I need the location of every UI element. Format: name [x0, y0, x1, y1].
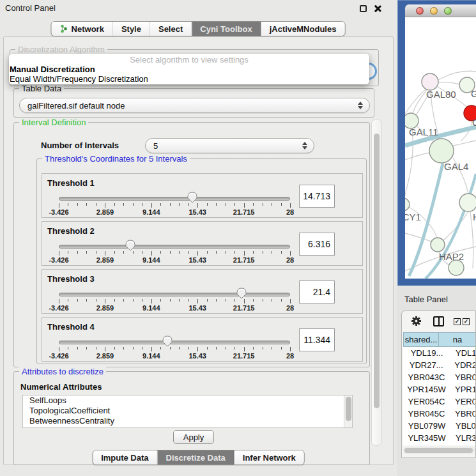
- node-label-gal4: GAL4: [444, 161, 468, 172]
- network-edge[interactable]: [413, 90, 427, 114]
- slider-tick: [179, 299, 180, 302]
- tab-cyni-toolbox[interactable]: Cyni Toolbox: [192, 22, 261, 36]
- node-label-g: G: [471, 88, 476, 99]
- network-canvas[interactable]: GAL80GCGAL11GAL4GCY1HHAP2: [405, 17, 476, 279]
- apply-button[interactable]: Apply: [173, 430, 214, 444]
- threshold-value-input[interactable]: 11.344: [299, 328, 335, 351]
- table-row[interactable]: YBR043CYBR0: [403, 371, 476, 383]
- table-data-title: Table Data: [19, 84, 64, 93]
- close-icon[interactable]: [374, 5, 381, 12]
- slider-tick: [170, 203, 171, 206]
- panel-title: Control Panel: [5, 3, 56, 13]
- slider-tick: [96, 347, 96, 349]
- threshold-value-input[interactable]: 21.4: [299, 280, 335, 303]
- slider-tick: [226, 251, 226, 254]
- slider-tick: [216, 299, 217, 302]
- slider-tick: [272, 203, 272, 206]
- float-window-icon[interactable]: [360, 5, 367, 12]
- network-icon: [60, 24, 68, 33]
- slider-tick-label: 21.715: [233, 304, 255, 312]
- table-row[interactable]: YBR045CYBR0: [403, 408, 476, 420]
- close-window-icon[interactable]: [416, 7, 424, 15]
- slider-tick: [123, 347, 124, 349]
- slider-track[interactable]: [59, 341, 290, 344]
- slider-tick: [281, 347, 282, 349]
- node-label-c: C: [472, 117, 476, 128]
- slider-track[interactable]: [59, 293, 290, 296]
- main-scrollbar[interactable]: [371, 119, 382, 446]
- column-header-na[interactable]: na: [438, 332, 476, 347]
- network-view-window[interactable]: GAL80GCGAL11GAL4GCY1HHAP2: [397, 0, 476, 286]
- slider-tick: [170, 251, 171, 254]
- slider-handle[interactable]: [187, 191, 198, 203]
- table-row[interactable]: YER054CYER0: [403, 395, 476, 408]
- slider-tick-label: 15.43: [188, 304, 206, 312]
- table-hscrollbar-thumb[interactable]: [404, 448, 473, 453]
- dropdown-item-equal-width-frequency-discretization[interactable]: Equal Width/Frequency Discretization: [9, 74, 369, 84]
- table-row[interactable]: YLR345WYLR3: [403, 432, 476, 444]
- network-edge[interactable]: [405, 233, 435, 243]
- checkbox-icon[interactable]: ✓: [463, 318, 470, 325]
- table-row[interactable]: YDR27...YDR2: [403, 359, 476, 371]
- table-row[interactable]: YPR145WYPR1: [403, 383, 476, 395]
- network-edge[interactable]: [405, 152, 433, 160]
- table-data-combobox[interactable]: galFiltered.sif default node: [19, 98, 370, 113]
- checkbox-icon[interactable]: ✓: [454, 318, 461, 325]
- list-scrollbar-thumb[interactable]: [346, 397, 351, 421]
- minimize-window-icon[interactable]: [430, 7, 438, 15]
- slider-tick: [86, 251, 87, 254]
- zoom-window-icon[interactable]: [444, 7, 452, 15]
- column-header-shared[interactable]: shared...: [403, 332, 438, 347]
- dropdown-item-manual-discretization[interactable]: Manual Discretization: [9, 65, 369, 74]
- network-node-gal4[interactable]: [429, 139, 454, 163]
- cell-shared-name: YPR145W: [403, 385, 450, 394]
- tab-impute-data[interactable]: Impute Data: [93, 450, 157, 464]
- tab-infer-network[interactable]: Infer Network: [234, 450, 304, 464]
- table-row[interactable]: YBL079WYBL0: [403, 420, 476, 432]
- slider-tick: [207, 251, 208, 254]
- gear-icon[interactable]: [411, 316, 422, 329]
- threshold-value-input[interactable]: 14.713: [299, 185, 335, 208]
- network-edge[interactable]: [443, 211, 468, 241]
- tab-discretize-data[interactable]: Discretize Data: [158, 450, 234, 464]
- split-view-icon[interactable]: [433, 316, 444, 326]
- network-node-hap2[interactable]: [431, 238, 445, 252]
- slider-tick: [133, 347, 134, 349]
- table-row[interactable]: YDL19...YDL1: [403, 347, 476, 359]
- slider-handle[interactable]: [125, 239, 136, 251]
- slider-tick-label: 9.144: [142, 256, 160, 264]
- main-scrollbar-thumb[interactable]: [374, 134, 380, 408]
- network-graph[interactable]: GAL80GCGAL11GAL4GCY1HHAP2: [405, 17, 476, 279]
- tab-style[interactable]: Style: [113, 22, 150, 36]
- slider-track[interactable]: [59, 245, 290, 249]
- table-header: shared...na: [403, 332, 476, 347]
- slider-handle[interactable]: [236, 287, 247, 299]
- attribute-item-selfloops[interactable]: SelfLoops: [23, 395, 352, 406]
- algorithm-dropdown: Select algorithm to view settings Manual…: [9, 54, 369, 84]
- number-of-intervals-combobox[interactable]: 5: [145, 138, 314, 153]
- list-scrollbar[interactable]: [344, 395, 352, 427]
- slider-tick-label: 2.859: [96, 208, 114, 216]
- threshold-value-input[interactable]: 6.316: [299, 233, 335, 256]
- table-hscrollbar[interactable]: [403, 447, 475, 454]
- slider-tick: [133, 203, 134, 206]
- tab-network[interactable]: Network: [52, 22, 113, 36]
- network-node[interactable]: [449, 260, 464, 275]
- network-edge[interactable]: [439, 82, 460, 84]
- network-edge[interactable]: [405, 128, 413, 199]
- network-node-gal80[interactable]: [422, 73, 438, 90]
- threshold-label: Threshold 4: [47, 322, 95, 332]
- slider-handle[interactable]: [162, 335, 173, 347]
- slider-tick: [244, 299, 245, 303]
- slider-tick: [234, 347, 235, 349]
- attribute-item-topologicalcoefficient[interactable]: TopologicalCoefficient: [23, 406, 352, 416]
- network-node-h[interactable]: [459, 194, 476, 211]
- slider-tick: [207, 203, 208, 206]
- slider-tick: [179, 347, 180, 349]
- tab-jactivemnodules[interactable]: jActiveMNodules: [261, 22, 345, 36]
- attribute-item-betweennesscentrality[interactable]: BetweennessCentrality: [23, 416, 352, 426]
- slider-track[interactable]: [59, 197, 290, 201]
- tab-select[interactable]: Select: [150, 22, 192, 36]
- network-node-gcy1[interactable]: [405, 198, 410, 211]
- slider-tick: [253, 299, 254, 302]
